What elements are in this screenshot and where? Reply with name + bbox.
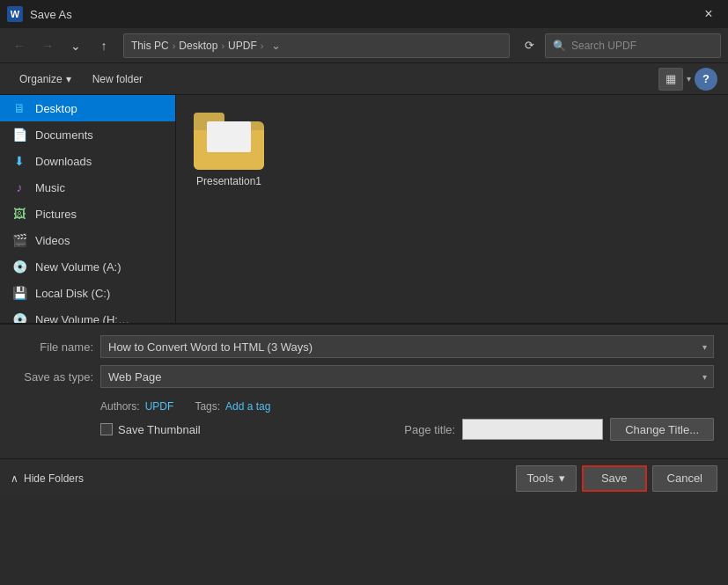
documents-icon: 📄: [11, 126, 28, 143]
page-title-row: Save Thumbnail Page title: Change Title.…: [100, 418, 714, 441]
folder-paper: [207, 121, 251, 152]
save-as-type-select[interactable]: Web Page: [100, 365, 714, 388]
sidebar-item-pictures-label: Pictures: [35, 208, 77, 221]
breadcrumb-bar[interactable]: This PC › Desktop › UPDF › ⌄: [123, 33, 510, 58]
breadcrumb-item-updf: UPDF: [228, 40, 257, 52]
save-thumbnail-checkbox[interactable]: [100, 423, 113, 435]
action-right: Tools ▾ Save Cancel: [516, 465, 717, 492]
file-area: Presentation1: [176, 95, 728, 323]
file-name-row: File name: How to Convert Word to HTML (…: [14, 335, 714, 358]
page-title-section: Page title: Change Title...: [211, 418, 714, 441]
action-bar: ∧ Hide Folders Tools ▾ Save Cancel: [0, 458, 728, 497]
organize-dropdown-icon: ▾: [66, 73, 71, 85]
meta-row: Authors: UPDF Tags: Add a tag: [100, 395, 714, 418]
authors-value[interactable]: UPDF: [145, 400, 174, 413]
sidebar-item-local-disk-c[interactable]: 💾 Local Disk (C:): [0, 280, 175, 306]
tags-meta: Tags: Add a tag: [195, 400, 270, 413]
hide-folders-label: Hide Folders: [24, 472, 84, 485]
view-icon: ▦: [665, 72, 676, 85]
refresh-button[interactable]: ⟳: [517, 33, 541, 58]
main-area: 🖥 Desktop 📄 Documents ⬇ Downloads ♪ Musi…: [0, 95, 728, 324]
title-bar-title: Save As: [30, 8, 72, 21]
change-title-button[interactable]: Change Title...: [610, 418, 714, 441]
hide-folders-chevron-icon: ∧: [11, 472, 18, 485]
file-label: Presentation1: [196, 175, 261, 187]
nav-bar: ← → ⌄ ↑ This PC › Desktop › UPDF › ⌄ ⟳ 🔍: [0, 28, 728, 63]
word-icon: W: [7, 6, 23, 22]
tags-value[interactable]: Add a tag: [225, 400, 270, 413]
authors-meta: Authors: UPDF: [100, 400, 173, 413]
save-button[interactable]: Save: [582, 465, 647, 492]
sidebar: 🖥 Desktop 📄 Documents ⬇ Downloads ♪ Musi…: [0, 95, 176, 323]
save-as-type-row: Save as type: Web Page ▾: [14, 365, 714, 388]
sidebar-item-videos-label: Videos: [35, 234, 70, 247]
tools-label: Tools: [527, 472, 554, 485]
sidebar-item-pictures[interactable]: 🖼 Pictures: [0, 201, 175, 227]
save-thumbnail-label: Save Thumbnail: [118, 423, 201, 436]
breadcrumb-dropdown-btn[interactable]: ⌄: [267, 33, 284, 58]
file-item-presentation[interactable]: Presentation1: [194, 113, 264, 187]
music-icon: ♪: [11, 179, 28, 196]
organize-label: Organize: [19, 73, 63, 85]
dropdown-arrow-button[interactable]: ⌄: [63, 33, 88, 58]
title-bar: W Save As ×: [0, 0, 728, 28]
sidebar-item-desktop-label: Desktop: [35, 102, 77, 115]
pictures-icon: 🖼: [11, 205, 28, 223]
sidebar-item-documents-label: Documents: [35, 128, 93, 142]
folder-icon: [194, 113, 264, 170]
cancel-button[interactable]: Cancel: [652, 465, 717, 492]
file-name-input[interactable]: How to Convert Word to HTML (3 Ways): [100, 335, 714, 358]
new-volume-a-icon: 💿: [11, 258, 28, 275]
sidebar-item-local-disk-c-label: Local Disk (C:): [35, 287, 110, 300]
file-name-label: File name:: [14, 340, 93, 354]
title-bar-left: W Save As: [7, 6, 72, 22]
search-icon: 🔍: [553, 40, 566, 52]
sidebar-item-videos[interactable]: 🎬 Videos: [0, 227, 175, 253]
new-folder-label: New folder: [92, 73, 143, 85]
thumbnail-checkbox-area: Save Thumbnail: [100, 423, 201, 436]
search-box[interactable]: 🔍: [545, 33, 721, 58]
view-button[interactable]: ▦: [658, 68, 683, 91]
page-title-input[interactable]: [462, 419, 603, 440]
breadcrumb-item-desktop: Desktop: [179, 40, 217, 52]
tools-button[interactable]: Tools ▾: [516, 465, 577, 492]
hide-folders-button[interactable]: ∧ Hide Folders: [11, 472, 84, 485]
authors-label: Authors:: [100, 400, 140, 413]
tools-dropdown-icon: ▾: [559, 472, 565, 485]
new-volume-h-icon: 💿: [11, 311, 28, 323]
file-name-dropdown-wrap: How to Convert Word to HTML (3 Ways) ▾: [100, 335, 714, 358]
view-dropdown-arrow[interactable]: ▾: [687, 74, 691, 84]
organize-button[interactable]: Organize ▾: [11, 68, 80, 91]
desktop-icon: 🖥: [11, 99, 28, 117]
breadcrumb-sep-1: ›: [173, 40, 176, 51]
downloads-icon: ⬇: [11, 152, 28, 170]
close-button[interactable]: ×: [696, 2, 721, 26]
toolbar-right: ▦ ▾ ?: [658, 68, 717, 91]
toolbar: Organize ▾ New folder ▦ ▾ ?: [0, 63, 728, 95]
sidebar-item-downloads[interactable]: ⬇ Downloads: [0, 148, 175, 174]
search-input[interactable]: [571, 40, 713, 52]
page-title-label: Page title:: [404, 423, 455, 436]
up-button[interactable]: ↑: [92, 33, 116, 58]
save-as-type-dropdown-wrap: Web Page ▾: [100, 365, 714, 388]
tags-label: Tags:: [195, 400, 220, 413]
sidebar-item-music-label: Music: [35, 181, 65, 194]
help-button[interactable]: ?: [695, 68, 717, 91]
sidebar-item-music[interactable]: ♪ Music: [0, 174, 175, 201]
sidebar-item-new-volume-h-label: New Volume (H:…: [35, 313, 129, 324]
sidebar-item-downloads-label: Downloads: [35, 155, 92, 168]
videos-icon: 🎬: [11, 231, 28, 249]
forward-button[interactable]: →: [35, 33, 60, 58]
new-folder-button[interactable]: New folder: [84, 68, 151, 91]
sidebar-item-desktop[interactable]: 🖥 Desktop: [0, 95, 175, 121]
sidebar-item-new-volume-a[interactable]: 💿 New Volume (A:): [0, 253, 175, 280]
save-as-type-label: Save as type:: [14, 370, 93, 384]
bottom-form: File name: How to Convert Word to HTML (…: [0, 324, 728, 458]
breadcrumb-item-pc: This PC: [131, 40, 169, 52]
sidebar-item-new-volume-h[interactable]: 💿 New Volume (H:…: [0, 306, 175, 323]
local-disk-c-icon: 💾: [11, 284, 28, 302]
sidebar-item-documents[interactable]: 📄 Documents: [0, 121, 175, 148]
sidebar-item-new-volume-a-label: New Volume (A:): [35, 260, 121, 274]
back-button[interactable]: ←: [7, 33, 32, 58]
breadcrumb-sep-3: ›: [261, 40, 264, 51]
